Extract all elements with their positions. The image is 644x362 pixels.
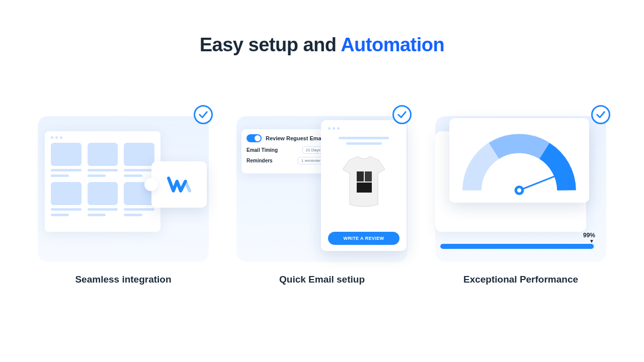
progress-value-label: 99% xyxy=(583,232,595,239)
headline-black: Easy setup and xyxy=(200,34,341,55)
gauge-icon xyxy=(461,126,577,197)
email-settings-panel: Review Reguest Email Email Timing 21 Day… xyxy=(242,129,331,173)
feature-card-email: Review Reguest Email Email Timing 21 Day… xyxy=(236,111,408,285)
feature-caption: Exceptional Performance xyxy=(463,274,578,285)
svg-rect-1 xyxy=(365,171,372,182)
feature-caption: Quick Email setiup xyxy=(279,274,365,285)
svg-rect-0 xyxy=(357,171,364,182)
progress-bar xyxy=(440,244,595,249)
feature-caption: Seamless integration xyxy=(75,274,171,285)
feature-row: Seamless integration Review Reguest Emai… xyxy=(38,111,606,285)
check-icon xyxy=(392,105,412,124)
w-logo-icon xyxy=(167,172,192,197)
toggle-switch[interactable] xyxy=(247,134,262,142)
svg-line-3 xyxy=(519,174,559,190)
feature-card-performance: 99% ▼ Exceptional Performance xyxy=(435,111,606,285)
email-timing-label: Email Timing xyxy=(247,147,278,153)
browser-mock xyxy=(45,131,160,232)
product-image xyxy=(336,152,391,212)
page-headline: Easy setup and Automation xyxy=(0,34,644,56)
plugin-logo-card xyxy=(151,161,207,208)
svg-point-5 xyxy=(517,188,521,192)
email-preview-card: WRITE A REVIEW xyxy=(321,120,407,251)
toggle-label: Review Reguest Email xyxy=(266,135,325,141)
caret-down-icon: ▼ xyxy=(589,238,594,244)
reminders-label: Reminders xyxy=(247,158,273,163)
svg-rect-2 xyxy=(357,183,372,193)
write-review-button[interactable]: WRITE A REVIEW xyxy=(328,232,399,245)
check-icon xyxy=(591,105,610,124)
gauge-card xyxy=(449,118,589,203)
headline-accent: Automation xyxy=(341,34,444,55)
check-icon xyxy=(194,105,213,124)
feature-card-integration: Seamless integration xyxy=(38,111,209,285)
